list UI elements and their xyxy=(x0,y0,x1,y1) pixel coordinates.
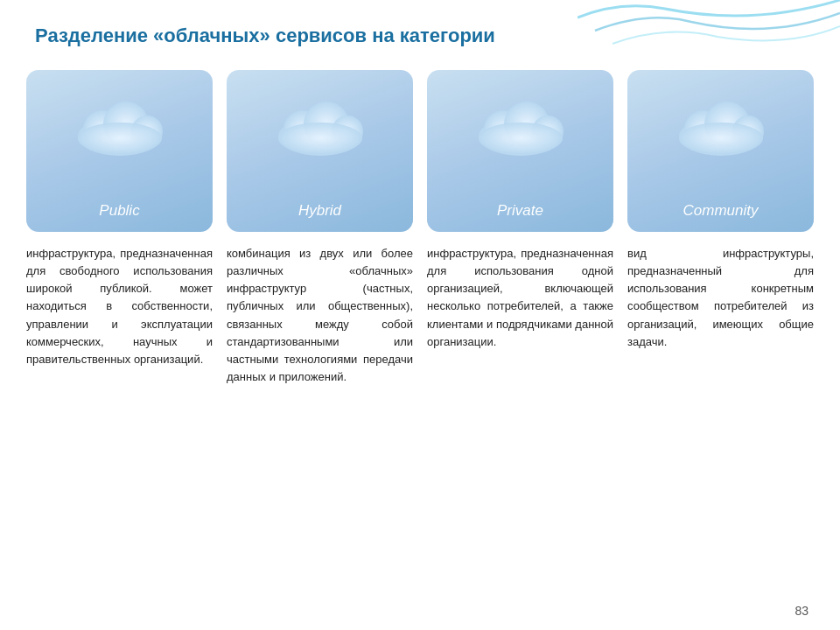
card-hybrid-label: Hybrid xyxy=(298,202,341,220)
card-public-label: Public xyxy=(99,202,139,220)
desc-community: вид инфраструктуры, предназначенный для … xyxy=(627,245,814,386)
cloud-icon-private xyxy=(464,86,578,160)
card-private-label: Private xyxy=(497,202,543,220)
decorative-curves xyxy=(578,0,840,70)
card-public: Public xyxy=(26,70,213,232)
cards-row: Public Hybrid xyxy=(26,70,814,232)
svg-point-9 xyxy=(278,122,362,154)
descriptions-row: инфраструктура, предназначенная для своб… xyxy=(26,245,814,386)
svg-point-14 xyxy=(479,122,563,154)
page-title: Разделение «облачных» сервисов на катего… xyxy=(35,24,495,47)
cloud-icon-community xyxy=(664,86,778,160)
card-private: Private xyxy=(427,70,613,232)
desc-private: инфраструктура, предназначенная для испо… xyxy=(427,245,613,386)
page-number: 83 xyxy=(794,604,808,618)
svg-point-19 xyxy=(679,122,763,154)
desc-hybrid: комбинация из двух или более различных «… xyxy=(227,245,413,386)
svg-point-4 xyxy=(78,122,162,154)
cloud-icon-public xyxy=(63,86,177,160)
card-community: Community xyxy=(627,70,814,232)
card-hybrid: Hybrid xyxy=(227,70,413,232)
card-community-label: Community xyxy=(683,202,759,220)
desc-public: инфраструктура, предназначенная для своб… xyxy=(26,245,213,386)
cloud-icon-hybrid xyxy=(263,86,377,160)
